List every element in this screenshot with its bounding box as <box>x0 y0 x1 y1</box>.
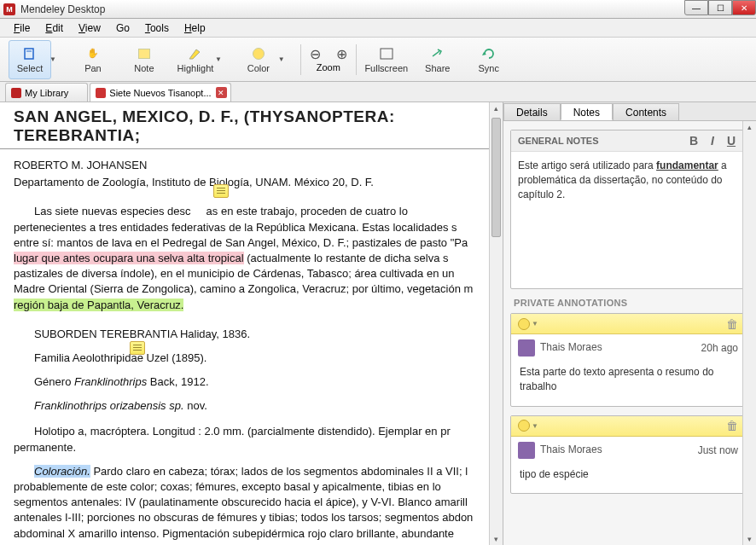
general-notes-box: GENERAL NOTES B I U Este artigo será uti… <box>510 130 746 289</box>
share-tool[interactable]: Share <box>416 40 459 79</box>
titlebar: M Mendeley Desktop — ☐ ✕ <box>0 0 756 19</box>
note-tool[interactable]: Note <box>123 40 166 79</box>
annotation-card[interactable]: ▼ 🗑 Thais Moraes 20h ago Esta parte do t… <box>510 313 746 407</box>
select-tool[interactable]: Select <box>9 40 51 79</box>
general-notes-label: GENERAL NOTES <box>518 136 599 146</box>
sidebar-scrollbar[interactable]: ▴ ▾ <box>742 121 756 545</box>
annotation-user: Thais Moraes <box>540 444 602 455</box>
close-tab-button[interactable]: ✕ <box>216 87 227 98</box>
highlight-green[interactable]: región baja de Papantla, Veracruz. <box>14 299 183 311</box>
highlighter-icon <box>187 46 204 61</box>
annotation-time: Just now <box>698 444 738 456</box>
italic-button[interactable]: I <box>706 134 719 148</box>
annotation-user: Thais Moraes <box>540 341 602 353</box>
annotation-time: 20h ago <box>701 342 738 354</box>
pan-tool[interactable]: ✋ Pan <box>72 40 114 79</box>
highlight-tool[interactable]: Highlight <box>174 40 217 79</box>
sticky-note[interactable] <box>130 341 145 355</box>
fullscreen-icon <box>378 46 395 61</box>
chevron-down-icon[interactable]: ▼ <box>532 320 538 328</box>
cursor-icon <box>21 46 38 61</box>
svg-marker-4 <box>482 52 486 55</box>
tab-document[interactable]: Siete Nuevos Tisanopt... ✕ <box>90 83 230 101</box>
menu-view[interactable]: View <box>72 20 108 36</box>
tab-notes[interactable]: Notes <box>561 103 613 120</box>
delete-annotation-button[interactable]: 🗑 <box>726 317 738 331</box>
note-icon <box>136 46 153 61</box>
maximize-button[interactable]: ☐ <box>708 0 732 15</box>
fullscreen-tool[interactable]: Fullscreen <box>365 40 408 79</box>
menubar: File Edit View Go Tools Help <box>0 19 756 38</box>
highlight-pink[interactable]: lugar que antes ocupara una selva alta t… <box>14 252 244 264</box>
toolbar: Select ▼ ✋ Pan Note Highlight ▼ Color ▼ … <box>0 38 756 82</box>
pdf-paragraph: Holotipo a, macróptera. Longitud : 2.0 m… <box>14 424 489 439</box>
color-circle-icon <box>250 46 267 61</box>
hand-icon: ✋ <box>84 46 102 61</box>
close-button[interactable]: ✕ <box>732 0 756 15</box>
pdf-title: SAN ANGEL, MEXICO, D. F., (THYSANOPTERA:… <box>0 102 503 149</box>
color-tool[interactable]: Color <box>237 40 280 79</box>
pdf-line: Género Franklinothrips Back, 1912. <box>14 374 489 390</box>
private-annotations-label: PRIVATE ANNOTATIONS <box>510 289 746 313</box>
scroll-thumb[interactable] <box>491 118 501 237</box>
tab-library[interactable]: My Library <box>5 83 88 101</box>
pdf-line: Familia Aeolothripidae Uzel (1895). <box>14 351 489 366</box>
pdf-paragraph: probablemente de este color; coxas; fému… <box>14 479 489 545</box>
pdf-paragraph: pertenecientes a tres entidades federati… <box>14 220 489 313</box>
underline-button[interactable]: U <box>724 134 738 148</box>
pdf-line: Franklinothrips orizabensis sp. nov. <box>14 398 489 414</box>
annotation-text[interactable]: Esta parte do texto apresenta o resumo d… <box>511 362 745 406</box>
annotation-color-icon[interactable] <box>518 318 530 330</box>
sync-tool[interactable]: Sync <box>468 40 510 79</box>
zoom-in-button[interactable]: ⊕ <box>336 46 347 62</box>
delete-annotation-button[interactable]: 🗑 <box>726 419 738 432</box>
pdf-paragraph: Las siete nuevas especies descas en este… <box>14 204 489 219</box>
highlight-blue[interactable]: Coloración. <box>34 465 90 478</box>
share-icon <box>429 46 446 61</box>
svg-marker-2 <box>189 49 200 59</box>
author-name: ROBERTO M. JOHANSEN <box>14 158 489 173</box>
avatar <box>518 339 535 357</box>
bold-button[interactable]: B <box>687 134 701 148</box>
pdf-icon <box>96 88 106 98</box>
tab-contents[interactable]: Contents <box>613 103 679 120</box>
app-icon: M <box>3 3 15 15</box>
tab-details[interactable]: Details <box>503 103 561 120</box>
mendeley-icon <box>11 88 21 98</box>
pdf-line: SUBORDEN TEREBRANTIA Haliday, 1836. <box>14 327 489 342</box>
svg-rect-0 <box>25 49 33 59</box>
menu-file[interactable]: File <box>7 20 37 36</box>
annotation-text[interactable]: tipo de espécie <box>511 464 745 494</box>
chevron-down-icon[interactable]: ▼ <box>215 55 222 63</box>
sidebar: Details Notes Contents GENERAL NOTES B I… <box>503 102 756 545</box>
chevron-down-icon[interactable]: ▼ <box>532 422 538 430</box>
menu-go[interactable]: Go <box>109 20 137 36</box>
pdf-paragraph: Coloración. Pardo claro en cabeza; tórax… <box>14 464 489 479</box>
annotation-card[interactable]: ▼ 🗑 Thais Moraes Just now tipo de espéci… <box>510 415 746 495</box>
minimize-button[interactable]: — <box>684 0 708 15</box>
menu-help[interactable]: Help <box>177 20 212 36</box>
window-title: Mendeley Desktop <box>20 3 105 15</box>
pdf-scrollbar[interactable]: ▴ ▾ <box>489 102 503 545</box>
zoom-out-button[interactable]: ⊖ <box>310 46 321 62</box>
chevron-down-icon[interactable]: ▼ <box>278 55 285 63</box>
department: Departamento de Zoología, Instituto de B… <box>14 175 489 190</box>
annotation-color-icon[interactable] <box>518 420 530 432</box>
svg-rect-3 <box>381 49 393 59</box>
pdf-viewer[interactable]: SAN ANGEL, MEXICO, D. F., (THYSANOPTERA:… <box>0 102 503 545</box>
menu-tools[interactable]: Tools <box>138 20 176 36</box>
chevron-down-icon[interactable]: ▼ <box>49 55 56 63</box>
sync-icon <box>480 46 497 61</box>
avatar <box>518 442 535 459</box>
notes-textarea[interactable]: Este artigo será utilizado para fundamen… <box>511 152 745 288</box>
menu-edit[interactable]: Edit <box>38 20 70 36</box>
pdf-paragraph: permanente. <box>14 440 489 455</box>
sticky-note[interactable] <box>213 184 229 198</box>
document-tabs: My Library Siete Nuevos Tisanopt... ✕ <box>0 82 756 102</box>
zoom-tool: ⊖ ⊕ Zoom <box>310 46 347 72</box>
